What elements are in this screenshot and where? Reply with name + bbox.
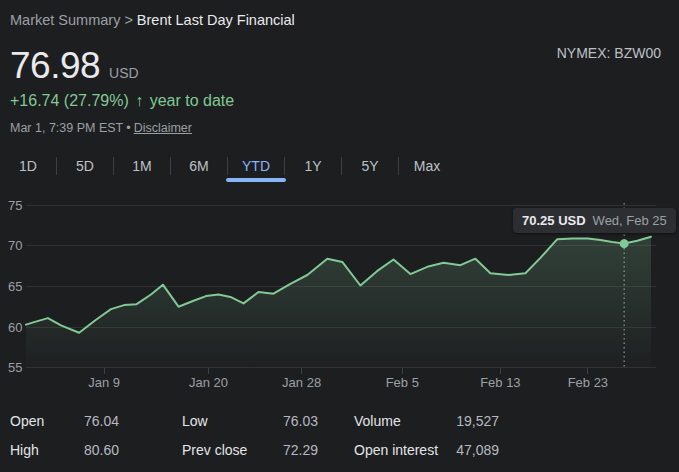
breadcrumb-separator: >: [120, 12, 136, 28]
stat-low: Low76.03: [182, 406, 318, 435]
price-area-fill: [26, 237, 651, 368]
stats-column: Open76.04High80.60: [10, 406, 119, 464]
stat-label: Prev close: [182, 442, 247, 458]
y-axis-label-70: 70: [8, 238, 22, 253]
timestamp-row: Mar 1, 7:39 PM EST•Disclaimer: [10, 121, 192, 135]
breadcrumb: Market Summary>Brent Last Day Financial: [10, 12, 295, 28]
x-axis-label: Feb 5: [386, 375, 419, 390]
tab-5y[interactable]: 5Y: [342, 151, 398, 181]
stats-column: Volume19,527Open interest47,089: [354, 406, 499, 464]
chart-tooltip: 70.25 USD Wed, Feb 25: [513, 208, 676, 233]
stat-label: Open: [10, 413, 44, 429]
stat-value: 80.60: [84, 442, 119, 458]
stat-label: Low: [182, 413, 208, 429]
breadcrumb-market-summary-link[interactable]: Market Summary: [10, 12, 120, 28]
tab-ytd[interactable]: YTD: [228, 151, 284, 181]
y-axis-label-55: 55: [8, 360, 22, 375]
x-axis-label: Jan 20: [189, 375, 228, 390]
stat-label: High: [10, 442, 39, 458]
tab-1y[interactable]: 1Y: [285, 151, 341, 181]
x-axis-label: Feb 13: [480, 375, 520, 390]
disclaimer-link[interactable]: Disclaimer: [134, 121, 192, 135]
current-price: 76.98: [10, 46, 100, 86]
change-amount: +16.74 (27.79%): [10, 92, 129, 109]
stat-value: 76.03: [283, 413, 318, 429]
price-change: +16.74 (27.79%) ↑ year to date: [10, 92, 234, 110]
stat-high: High80.60: [10, 435, 119, 464]
currency-label: USD: [109, 65, 139, 81]
timestamp: Mar 1, 7:39 PM EST: [10, 121, 123, 135]
change-period: year to date: [150, 92, 235, 109]
page-title: Brent Last Day Financial: [137, 12, 295, 28]
tooltip-date: Wed, Feb 25: [593, 213, 667, 228]
hover-dot: [620, 239, 629, 248]
price-chart[interactable]: 7570656055Jan 9Jan 20Jan 28Feb 5Feb 13Fe…: [0, 190, 679, 402]
tab-6m[interactable]: 6M: [171, 151, 227, 181]
tab-1m[interactable]: 1M: [114, 151, 170, 181]
tab-1d[interactable]: 1D: [0, 151, 56, 181]
stat-value: 47,089: [456, 442, 499, 458]
stat-label: Volume: [354, 413, 401, 429]
stat-value: 19,527: [456, 413, 499, 429]
exchange-ticker-label: NYMEX: BZW00: [557, 45, 661, 61]
tab-max[interactable]: Max: [399, 151, 455, 181]
y-axis-label-65: 65: [8, 279, 22, 294]
selected-tab-indicator: [226, 178, 286, 182]
key-stats: Open76.04High80.60Low76.03Prev close72.2…: [10, 406, 499, 464]
stat-open: Open76.04: [10, 406, 119, 435]
stat-open-interest: Open interest47,089: [354, 435, 499, 464]
time-range-tabs: 1D5D1M6MYTD1Y5YMax: [0, 150, 455, 182]
stat-label: Open interest: [354, 442, 438, 458]
stats-column: Low76.03Prev close72.29: [182, 406, 318, 464]
stat-value: 72.29: [283, 442, 318, 458]
x-axis-label: Feb 23: [568, 375, 608, 390]
stat-value: 76.04: [84, 413, 119, 429]
tab-5d[interactable]: 5D: [57, 151, 113, 181]
price-row: 76.98 USD: [10, 46, 139, 86]
y-axis-label-60: 60: [8, 320, 22, 335]
x-axis-label: Jan 28: [282, 375, 321, 390]
market-summary-widget: Market Summary>Brent Last Day Financial …: [0, 0, 679, 472]
tooltip-value: 70.25 USD: [522, 213, 586, 228]
stat-volume: Volume19,527: [354, 406, 499, 435]
x-axis-label: Jan 9: [88, 375, 120, 390]
arrow-up-icon: ↑: [133, 92, 145, 109]
stat-prev-close: Prev close72.29: [182, 435, 318, 464]
y-axis-label-75: 75: [8, 198, 22, 213]
bullet-separator: •: [123, 121, 133, 135]
